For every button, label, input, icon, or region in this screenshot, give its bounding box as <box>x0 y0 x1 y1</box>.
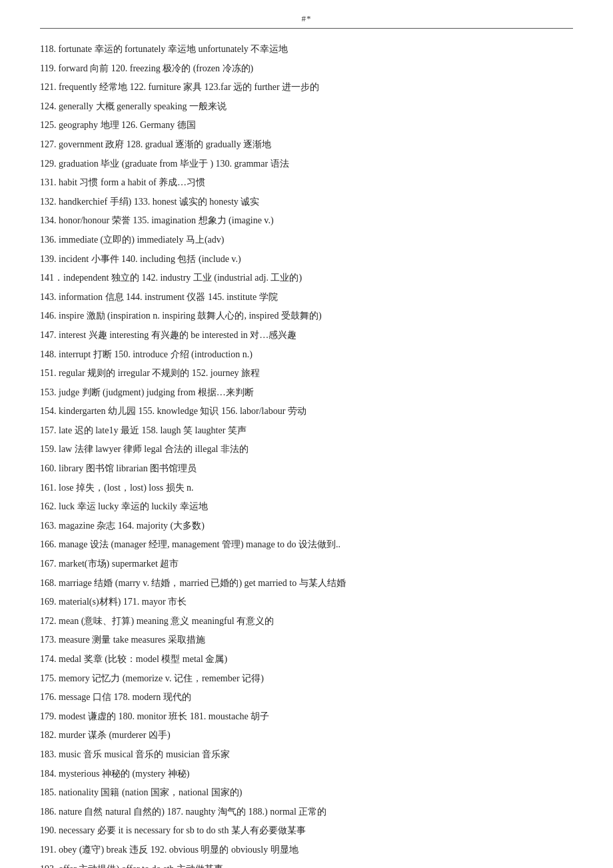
list-item: 176. message 口信 178. modern 现代的 <box>40 689 573 707</box>
list-item: 148. interrupt 打断 150. introduce 介绍 (int… <box>40 346 573 364</box>
list-item: 182. murder 谋杀 (murderer 凶手) <box>40 727 573 745</box>
list-item: 118. fortunate 幸运的 fortunately 幸运地 unfor… <box>40 41 573 59</box>
list-item: 160. library 图书馆 librarian 图书馆理员 <box>40 460 573 478</box>
list-item: 132. handkerchief 手绢) 133. honest 诚实的 ho… <box>40 193 573 211</box>
page-container: #* 118. fortunate 幸运的 fortunately 幸运地 un… <box>0 0 613 868</box>
list-item: 127. government 政府 128. gradual 逐渐的 grad… <box>40 136 573 154</box>
list-item: 163. magazine 杂志 164. majority (大多数) <box>40 517 573 535</box>
list-item: 143. information 信息 144. instrument 仪器 1… <box>40 289 573 307</box>
list-item: 131. habit 习惯 form a habit of 养成…习惯 <box>40 174 573 192</box>
list-item: 167. market(市场) supermarket 超市 <box>40 555 573 573</box>
list-item: 179. modest 谦虚的 180. monitor 班长 181. mou… <box>40 708 573 726</box>
list-item: 184. mysterious 神秘的 (mystery 神秘) <box>40 765 573 783</box>
list-item: 186. nature 自然 natural 自然的) 187. naughty… <box>40 803 573 821</box>
list-item: 161. lose 掉失，(lost，lost) loss 损失 n. <box>40 479 573 497</box>
header-line: #* <box>40 13 573 29</box>
list-item: 185. nationality 国籍 (nation 国家，national … <box>40 784 573 802</box>
list-item: 159. law 法律 lawyer 律师 legal 合法的 illegal … <box>40 441 573 459</box>
list-item: 141．independent 独立的 142. industry 工业 (in… <box>40 269 573 287</box>
list-item: 139. incident 小事件 140. including 包括 (inc… <box>40 251 573 269</box>
list-item: 191. obey (遵守) break 违反 192. obvious 明显的… <box>40 841 573 859</box>
list-item: 175. memory 记忆力 (memorize v. 记住，remember… <box>40 670 573 688</box>
list-item: 153. judge 判断 (judgment) judging from 根据… <box>40 384 573 402</box>
list-item: 193. offer 主动提供) offer to do sth 主动做某事 <box>40 861 573 868</box>
list-item: 154. kindergarten 幼儿园 155. knowledge 知识 … <box>40 403 573 421</box>
list-item: 151. regular 规则的 irregular 不规则的 152. jou… <box>40 365 573 383</box>
list-item: 119. forward 向前 120. freezing 极冷的 (froze… <box>40 60 573 78</box>
list-item: 147. interest 兴趣 interesting 有兴趣的 be int… <box>40 327 573 345</box>
list-item: 129. graduation 毕业 (graduate from 毕业于 ) … <box>40 155 573 173</box>
list-item: 173. measure 测量 take measures 采取措施 <box>40 631 573 649</box>
list-item: 125. geography 地理 126. Germany 德国 <box>40 117 573 135</box>
header-text: #* <box>302 13 312 24</box>
list-item: 172. mean (意味、打算) meaning 意义 meaningful … <box>40 613 573 631</box>
list-item: 168. marriage 结婚 (marry v. 结婚，married 已婚… <box>40 575 573 593</box>
list-item: 157. late 迟的 late1y 最近 158. laugh 笑 laug… <box>40 422 573 440</box>
list-item: 183. music 音乐 musical 音乐的 musician 音乐家 <box>40 746 573 764</box>
list-item: 162. luck 幸运 lucky 幸运的 luckily 幸运地 <box>40 498 573 516</box>
list-item: 124. generally 大概 generally speaking 一般来… <box>40 98 573 116</box>
list-item: 169. material(s)材料) 171. mayor 市长 <box>40 593 573 611</box>
list-item: 174. medal 奖章 (比较：model 模型 metal 金属) <box>40 651 573 669</box>
list-item: 146. inspire 激励 (inspiration n. inspirin… <box>40 307 573 325</box>
list-item: 166. manage 设法 (manager 经理, management 管… <box>40 536 573 554</box>
content-lines: 118. fortunate 幸运的 fortunately 幸运地 unfor… <box>40 41 573 868</box>
list-item: 121. frequently 经常地 122. furniture 家具 12… <box>40 79 573 97</box>
list-item: 190. necessary 必要 it is necessary for sb… <box>40 822 573 840</box>
list-item: 136. immediate (立即的) immediately 马上(adv) <box>40 231 573 249</box>
list-item: 134. honor/honour 荣誉 135. imagination 想象… <box>40 212 573 230</box>
